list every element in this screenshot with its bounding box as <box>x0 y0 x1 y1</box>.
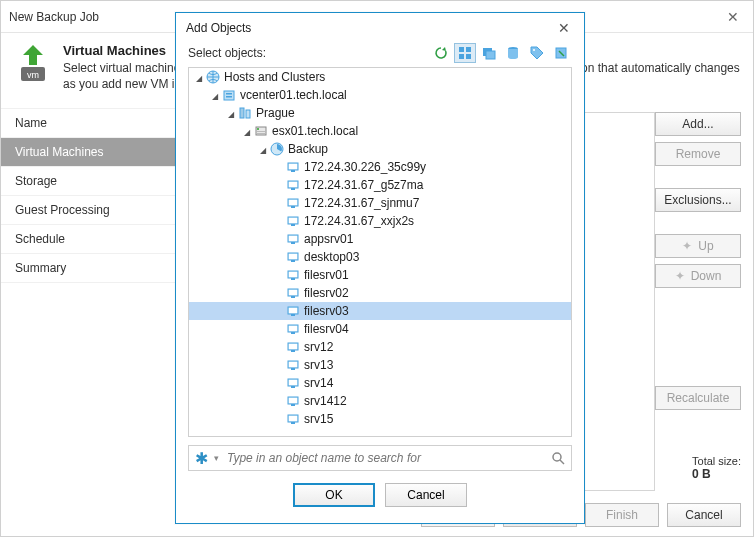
snowflake-icon[interactable]: ✱ <box>195 449 208 468</box>
vm-icon <box>285 195 301 211</box>
tree-node[interactable]: appsrv01 <box>189 230 571 248</box>
templates-view-icon[interactable] <box>550 43 572 63</box>
tree-node[interactable]: vcenter01.tech.local <box>189 86 571 104</box>
svg-rect-26 <box>291 188 295 190</box>
tree-node-label: 172.24.31.67_xxjx2s <box>304 214 414 228</box>
globe-icon <box>205 69 221 85</box>
add-button[interactable]: Add... <box>655 112 741 136</box>
vm-icon <box>285 177 301 193</box>
svg-rect-53 <box>291 350 295 352</box>
tree-node-label: Backup <box>288 142 328 156</box>
tree-node-label: Hosts and Clusters <box>224 70 325 84</box>
svg-text:vm: vm <box>27 70 39 80</box>
tree-node[interactable]: srv14 <box>189 374 571 392</box>
vm-icon <box>285 159 301 175</box>
dropdown-icon[interactable]: ▾ <box>214 453 219 463</box>
expand-icon[interactable] <box>193 70 205 84</box>
svg-rect-38 <box>291 260 295 262</box>
svg-rect-23 <box>291 170 295 172</box>
svg-rect-66 <box>289 416 297 421</box>
tree-node[interactable]: filesrv03 <box>189 302 571 320</box>
tree-node-label: srv14 <box>304 376 333 390</box>
svg-rect-45 <box>289 290 297 295</box>
svg-rect-65 <box>291 422 295 424</box>
vm-icon <box>285 357 301 373</box>
down-button[interactable]: ✦Down <box>655 264 741 288</box>
vm-icon <box>285 411 301 427</box>
tree-node[interactable]: Hosts and Clusters <box>189 68 571 86</box>
tree-node[interactable]: srv12 <box>189 338 571 356</box>
svg-rect-4 <box>459 54 464 59</box>
nav-item-summary[interactable]: Summary <box>1 254 193 283</box>
svg-rect-32 <box>291 224 295 226</box>
close-icon[interactable]: ✕ <box>721 9 745 25</box>
search-icon[interactable] <box>551 451 565 465</box>
nav-item-guest-processing[interactable]: Guest Processing <box>1 196 193 225</box>
cancel-button[interactable]: Cancel <box>667 503 741 527</box>
vm-icon <box>285 321 301 337</box>
svg-rect-54 <box>289 344 297 349</box>
search-input[interactable] <box>225 450 545 466</box>
wizard-banner-icon: vm <box>13 43 53 83</box>
svg-rect-48 <box>289 308 297 313</box>
tree-node[interactable]: 172.24.31.67_g5z7ma <box>189 176 571 194</box>
tree-node[interactable]: esx01.tech.local <box>189 122 571 140</box>
svg-rect-3 <box>466 47 471 52</box>
vms-view-icon[interactable] <box>478 43 500 63</box>
hosts-view-icon[interactable] <box>454 43 476 63</box>
close-icon[interactable]: ✕ <box>554 20 574 36</box>
tree-node-label: srv1412 <box>304 394 347 408</box>
svg-line-68 <box>560 460 564 464</box>
tree-node[interactable]: srv13 <box>189 356 571 374</box>
svg-rect-27 <box>289 182 297 187</box>
finish-button[interactable]: Finish <box>585 503 659 527</box>
tree-node[interactable]: filesrv02 <box>189 284 571 302</box>
svg-rect-12 <box>224 91 234 100</box>
refresh-icon[interactable] <box>430 43 452 63</box>
cancel-button[interactable]: Cancel <box>385 483 467 507</box>
svg-rect-63 <box>289 398 297 403</box>
vm-icon <box>285 285 301 301</box>
side-button-group: Add... Remove Exclusions... ✦Up ✦Down Re… <box>655 112 741 410</box>
tree-node-label: srv15 <box>304 412 333 426</box>
tree-node[interactable]: 172.24.30.226_35c99y <box>189 158 571 176</box>
dialog-title: Add Objects <box>186 21 251 35</box>
svg-rect-14 <box>226 96 232 98</box>
svg-rect-19 <box>257 131 265 132</box>
tree-node[interactable]: Prague <box>189 104 571 122</box>
nav-item-schedule[interactable]: Schedule <box>1 225 193 254</box>
tree-node[interactable]: desktop03 <box>189 248 571 266</box>
tree-node[interactable]: 172.24.31.67_xxjx2s <box>189 212 571 230</box>
window-title: New Backup Job <box>9 10 99 24</box>
exclusions-button[interactable]: Exclusions... <box>655 188 741 212</box>
expand-icon[interactable] <box>241 124 253 138</box>
ok-button[interactable]: OK <box>293 483 375 507</box>
tree-node[interactable]: srv15 <box>189 410 571 428</box>
nav-item-virtual-machines[interactable]: Virtual Machines <box>1 138 193 167</box>
tree-node[interactable]: filesrv01 <box>189 266 571 284</box>
tree-node[interactable]: 172.24.31.67_sjnmu7 <box>189 194 571 212</box>
svg-rect-42 <box>289 272 297 277</box>
nav-item-storage[interactable]: Storage <box>1 167 193 196</box>
svg-rect-41 <box>291 278 295 280</box>
expand-icon[interactable] <box>257 142 269 156</box>
tree-node-label: vcenter01.tech.local <box>240 88 347 102</box>
object-tree[interactable]: Hosts and Clustersvcenter01.tech.localPr… <box>188 67 572 437</box>
up-button[interactable]: ✦Up <box>655 234 741 258</box>
tags-view-icon[interactable] <box>526 43 548 63</box>
recalculate-button[interactable]: Recalculate <box>655 386 741 410</box>
svg-rect-59 <box>291 386 295 388</box>
expand-icon[interactable] <box>209 88 221 102</box>
tree-node-label: appsrv01 <box>304 232 353 246</box>
expand-icon[interactable] <box>225 106 237 120</box>
svg-rect-30 <box>289 200 297 205</box>
tree-node[interactable]: srv1412 <box>189 392 571 410</box>
tree-node-label: 172.24.30.226_35c99y <box>304 160 426 174</box>
tree-node-label: srv12 <box>304 340 333 354</box>
tree-node-label: desktop03 <box>304 250 359 264</box>
tree-node[interactable]: filesrv04 <box>189 320 571 338</box>
nav-item-name[interactable]: Name <box>1 108 193 138</box>
datastore-view-icon[interactable] <box>502 43 524 63</box>
tree-node[interactable]: Backup <box>189 140 571 158</box>
remove-button[interactable]: Remove <box>655 142 741 166</box>
